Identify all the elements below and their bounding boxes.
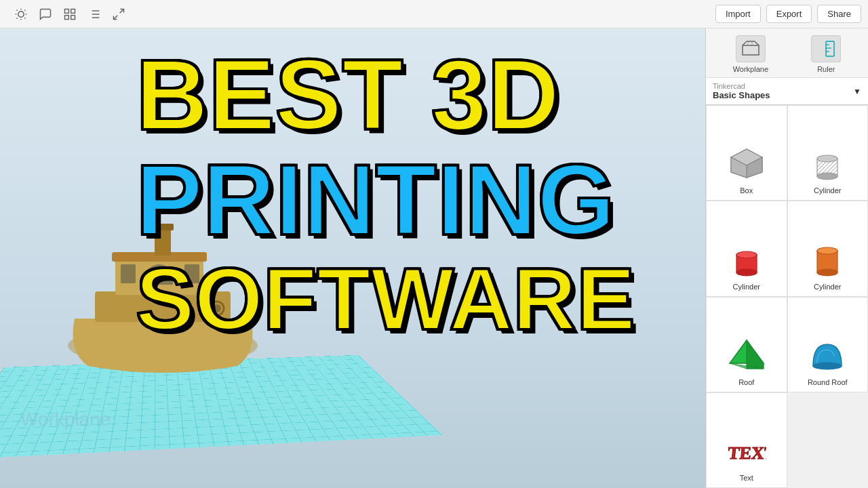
shape-item-cylinder-orange[interactable]: Cylinder: [787, 201, 869, 296]
shape-cylinder-red-label: Cylinder: [733, 283, 760, 291]
svg-line-19: [120, 9, 124, 13]
workplane-icon: [736, 35, 766, 62]
svg-line-7: [17, 18, 18, 18]
dropdown-arrow-icon: ▼: [853, 87, 861, 96]
share-button[interactable]: Share: [817, 5, 861, 23]
svg-point-53: [736, 269, 757, 276]
dropdown-text: Tinkercad Basic Shapes: [713, 82, 770, 100]
shape-cylinder-orange-visual: [806, 241, 849, 279]
svg-marker-58: [747, 340, 764, 369]
ruler-button[interactable]: Ruler: [811, 35, 841, 73]
svg-line-36: [747, 41, 749, 45]
dropdown-sub-label: Tinkercad: [713, 82, 770, 90]
comment-icon[interactable]: [38, 7, 53, 22]
boat-model: [54, 197, 271, 386]
shape-box-visual: [725, 144, 768, 182]
shape-roof-label: Roof: [738, 378, 754, 386]
svg-line-33: [743, 41, 747, 45]
main-viewport: BEST 3D PRINTING SOFTWARE Workplane: [0, 28, 705, 488]
shape-item-round-roof[interactable]: Round Roof: [787, 297, 869, 392]
topbar-icons: [14, 7, 126, 22]
panel-top-buttons: Workplane Ruler: [706, 28, 868, 78]
import-button[interactable]: Import: [715, 5, 761, 23]
right-panel: Workplane Ruler Tinkercad Basic Shapes ▼: [705, 28, 868, 488]
svg-rect-26: [121, 264, 136, 283]
workplane-btn-label: Workplane: [733, 65, 768, 73]
workplane-button[interactable]: Workplane: [733, 35, 768, 73]
svg-point-55: [817, 247, 837, 254]
shape-cylinder-gray-label: Cylinder: [814, 186, 841, 195]
svg-text:TEXT: TEXT: [727, 443, 766, 463]
svg-rect-12: [71, 15, 75, 19]
overlay-line1: BEST 3D: [136, 42, 692, 147]
ruler-icon: [811, 35, 841, 62]
svg-rect-10: [71, 9, 75, 13]
shape-cylinder-orange-label: Cylinder: [814, 283, 841, 291]
svg-rect-32: [743, 45, 759, 55]
svg-rect-9: [65, 9, 69, 13]
svg-rect-25: [146, 271, 173, 285]
svg-point-0: [18, 11, 24, 16]
svg-point-49: [817, 155, 837, 162]
svg-line-34: [755, 41, 759, 45]
svg-line-8: [24, 9, 25, 10]
lightbulb-icon[interactable]: [14, 7, 28, 22]
svg-point-52: [736, 251, 757, 258]
svg-rect-11: [65, 15, 69, 19]
shapes-dropdown[interactable]: Tinkercad Basic Shapes ▼: [706, 78, 868, 105]
svg-rect-38: [826, 41, 834, 56]
export-button[interactable]: Export: [766, 5, 812, 23]
shape-cylinder-red-visual: [725, 241, 768, 279]
workplane-label: Workplane: [20, 409, 111, 430]
shape-round-roof-label: Round Roof: [808, 378, 848, 386]
topbar: Import Export Share: [0, 0, 868, 28]
svg-point-50: [817, 173, 837, 180]
svg-rect-28: [155, 227, 171, 256]
mirror-icon[interactable]: [111, 7, 126, 22]
svg-rect-27: [184, 264, 199, 283]
shape-box-label: Box: [740, 186, 753, 195]
shape-item-text[interactable]: TEXT Text: [706, 392, 787, 488]
grid-icon[interactable]: [62, 7, 77, 22]
shape-roof-visual: [725, 336, 768, 374]
viewport[interactable]: BEST 3D PRINTING SOFTWARE Workplane: [0, 28, 705, 488]
shape-text-visual: TEXT: [725, 432, 768, 470]
svg-rect-29: [152, 224, 174, 230]
shape-item-cylinder-gray[interactable]: Cylinder: [787, 105, 869, 201]
shapes-grid: Box Cylinder: [706, 105, 868, 488]
svg-line-20: [114, 15, 118, 19]
svg-line-3: [17, 9, 18, 10]
shape-item-roof[interactable]: Roof: [706, 297, 787, 392]
shape-item-box[interactable]: Box: [706, 105, 787, 201]
svg-point-56: [817, 269, 837, 276]
shape-round-roof-visual: [806, 336, 849, 374]
dropdown-main-label: Basic Shapes: [713, 90, 770, 100]
ruler-btn-label: Ruler: [817, 65, 835, 73]
svg-point-60: [813, 363, 842, 369]
align-icon[interactable]: [87, 7, 102, 22]
svg-point-31: [213, 304, 221, 312]
svg-line-4: [24, 18, 25, 18]
shape-text-label: Text: [740, 474, 753, 482]
shape-cylinder-gray-visual: [806, 144, 849, 182]
shape-item-cylinder-red[interactable]: Cylinder: [706, 201, 787, 296]
